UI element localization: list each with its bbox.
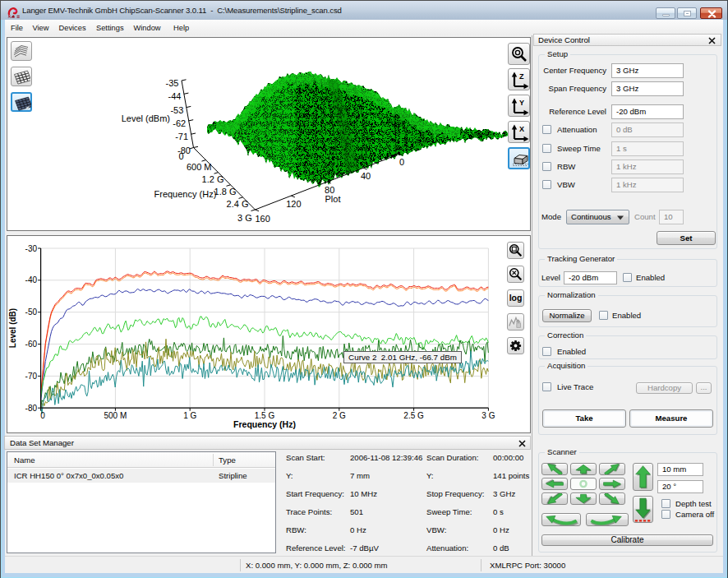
svg-text:X: X (519, 125, 524, 133)
svg-text:-62: -62 (173, 118, 186, 128)
svg-text:Level (dB): Level (dB) (8, 308, 17, 348)
svg-text:2.4 G: 2.4 G (227, 199, 249, 209)
svg-text:0: 0 (40, 411, 45, 420)
svg-text:2 G: 2 G (333, 411, 346, 420)
svg-text:-80: -80 (25, 404, 38, 413)
svg-text:120: 120 (286, 199, 301, 209)
svg-text:-71: -71 (175, 132, 188, 141)
svg-text:-53: -53 (170, 105, 183, 115)
svg-text:40: 40 (361, 171, 371, 181)
svg-text:Y: Y (519, 99, 524, 107)
svg-text:Plot: Plot (325, 194, 341, 204)
svg-text:160: 160 (255, 214, 270, 224)
svg-text:600 M: 600 M (187, 162, 212, 172)
svg-text:Frequency (Hz): Frequency (Hz) (154, 189, 217, 199)
svg-text:3 G: 3 G (481, 411, 495, 420)
svg-text:0: 0 (178, 151, 183, 161)
svg-text:1.8 G: 1.8 G (214, 187, 237, 197)
svg-text:-35: -35 (166, 78, 179, 88)
svg-text:0: 0 (399, 157, 404, 167)
svg-text:500 M: 500 M (104, 411, 127, 420)
svg-text:-50: -50 (25, 307, 38, 317)
svg-text:-30: -30 (25, 244, 38, 253)
svg-text:1 G: 1 G (183, 411, 196, 420)
svg-text:1.2 G: 1.2 G (202, 174, 224, 184)
svg-text:-44: -44 (168, 91, 181, 101)
svg-text:3 G: 3 G (237, 213, 252, 223)
svg-text:Frequency (Hz): Frequency (Hz) (233, 419, 296, 429)
svg-text:2.5 G: 2.5 G (403, 411, 424, 420)
svg-text:Level (dBm): Level (dBm) (122, 113, 170, 123)
svg-text:-60: -60 (25, 340, 38, 349)
svg-text:-40: -40 (25, 275, 38, 284)
svg-text:-70: -70 (25, 372, 38, 381)
